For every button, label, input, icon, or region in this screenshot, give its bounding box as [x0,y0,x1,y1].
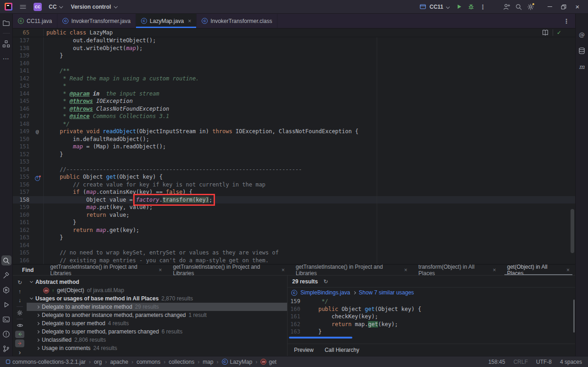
preview-toggle-button[interactable] [15,322,24,329]
reader-mode-icon[interactable] [542,29,549,36]
editor-line[interactable]: 156 // create value for key if key is no… [13,181,575,189]
gutter-icon[interactable] [31,82,43,90]
editor-line[interactable]: 143 * [13,82,575,90]
gutter-icon[interactable] [31,75,43,83]
line-number[interactable]: 159 [288,298,301,305]
gutter-icon[interactable] [31,120,43,128]
breadcrumb-item[interactable]: org [94,359,102,365]
line-number[interactable]: 137 [13,37,31,45]
gutter-icon[interactable]: @ [31,128,43,136]
editor-line[interactable]: 140 [13,60,575,68]
gutter-icon[interactable] [31,67,43,75]
editor-tab[interactable]: CInvokerTransformer.java [57,14,136,28]
line-number[interactable]: 140 [13,60,31,68]
line-number[interactable]: 149 [13,128,31,136]
line-number[interactable]: 139 [13,52,31,60]
restore-button[interactable] [557,1,571,13]
editor-line[interactable]: 159 map.put(key, value); [13,203,575,211]
gutter-icon[interactable] [31,203,43,211]
editor-line[interactable]: 151 map = (Map) in.readObject(); [13,143,575,151]
terminal-tool-button[interactable] [1,314,11,324]
caret-position[interactable]: 158:45 [488,359,505,365]
gutter-icon[interactable] [31,211,43,219]
close-tab-icon[interactable]: × [404,267,407,273]
close-tab-icon[interactable]: × [282,267,285,273]
close-button[interactable]: × [571,1,584,13]
version-control-tool-button[interactable] [1,344,11,354]
editor-tab[interactable]: CLazyMap.java× [136,14,197,28]
line-number[interactable]: 159 [13,203,31,211]
tree-row[interactable]: Usage in comments24 results [27,344,287,352]
gutter-icon[interactable] [31,90,43,98]
editor-line[interactable]: 162 return map.get(key); [288,321,575,328]
gutter-icon[interactable] [31,45,43,52]
editor-line[interactable]: 152 } [13,151,575,158]
maven-tool-button[interactable]: m [577,62,587,72]
chevron-right-icon[interactable] [36,313,40,316]
line-number[interactable]: 163 [13,234,31,242]
editor-line[interactable]: 165 // no need to wrap keySet, entrySet … [13,249,575,257]
line-number[interactable]: 143 [13,82,31,90]
refresh-button[interactable]: ↻ [15,279,24,286]
close-tab-icon[interactable]: × [493,267,496,273]
navigate-down-button[interactable]: ↓ [15,297,24,304]
gutter-icon[interactable] [31,158,43,166]
tree-group-row[interactable]: Abstract method [27,278,287,286]
more-actions-button[interactable]: ⋮ [477,1,489,13]
code-editor[interactable]: 65public class LazyMap ✓ 137 out.default… [13,28,575,264]
gutter-icon[interactable]: ↑ [31,173,43,181]
sticky-header-line[interactable]: 65public class LazyMap ✓ [13,28,575,37]
editor-line[interactable]: 144 * @param in the input stream [13,90,575,98]
run-button[interactable] [453,1,465,13]
gutter-icon[interactable] [31,196,43,204]
similar-usages-link[interactable]: Show 7 similar usages [359,289,414,296]
minimize-button[interactable] [543,1,557,13]
gutter-icon[interactable] [31,136,43,143]
editor-line[interactable]: 161 checkKey(key); [288,313,575,321]
editor-line[interactable]: 160 return value; [13,211,575,219]
editor-line[interactable]: 158 Object value = factory.transform(key… [13,196,575,204]
preview-horizontal-scrollbar[interactable] [289,337,575,339]
editor-line[interactable]: 138 out.writeObject(map); [13,45,575,52]
preview-tab[interactable]: Call Hierarchy [325,347,359,353]
tab-options-button[interactable]: ⋮ [558,14,575,28]
line-number[interactable]: 147 [13,113,31,120]
editor-line[interactable]: 146 * @throws ClassNotFoundException [13,105,575,113]
gutter-icon[interactable] [31,60,43,68]
gutter-icon[interactable] [31,97,43,105]
vcs-menu[interactable]: Version control [67,1,121,13]
more-tool-windows-tool-button[interactable]: ··· [1,54,11,64]
problems-tool-button[interactable] [1,329,11,339]
run-configuration-selector[interactable]: CC11 [416,1,453,13]
debug-button[interactable] [465,1,477,13]
editor-line[interactable]: 162 return map.get(key); [13,226,575,234]
breadcrumb-item[interactable]: CLazyMap [222,359,253,365]
editor-line[interactable]: 154 //----------------------------------… [13,166,575,174]
chevron-down-icon[interactable] [30,296,33,299]
line-number[interactable]: 158 [13,196,31,204]
main-menu-button[interactable] [17,1,29,13]
tree-row[interactable]: Delegate to super method, parameters cha… [27,327,287,336]
editor-line[interactable]: 161 } [13,219,575,226]
tree-group-row[interactable]: Usages or usages of base method in All P… [27,294,287,303]
editor-scrollbar[interactable] [571,209,574,253]
editor-tab[interactable]: CInvokerTransformer.class [197,14,277,28]
breadcrumb-item[interactable]: collections [169,359,194,365]
project-folder-tool-button[interactable] [1,18,11,28]
gutter-icon[interactable] [31,143,43,151]
chevron-right-icon[interactable] [36,305,40,308]
expand-button[interactable]: › [15,349,24,356]
editor-line[interactable]: 145 * @throws IOException [13,97,575,105]
line-number[interactable]: 151 [13,143,31,151]
chevron-down-icon[interactable] [30,280,33,283]
line-number[interactable]: 161 [13,219,31,226]
gutter-icon[interactable] [31,37,43,45]
notifications-tool-button[interactable]: @ [577,29,587,40]
line-number[interactable]: 157 [13,188,31,196]
editor-line[interactable]: 153 [13,158,575,166]
gutter-icon[interactable] [31,181,43,189]
breadcrumb-item[interactable]: map [203,359,213,365]
preview-scrollbar[interactable] [573,299,575,333]
run-tool-button[interactable] [1,299,11,310]
jump-to-source-button[interactable] [15,331,24,338]
